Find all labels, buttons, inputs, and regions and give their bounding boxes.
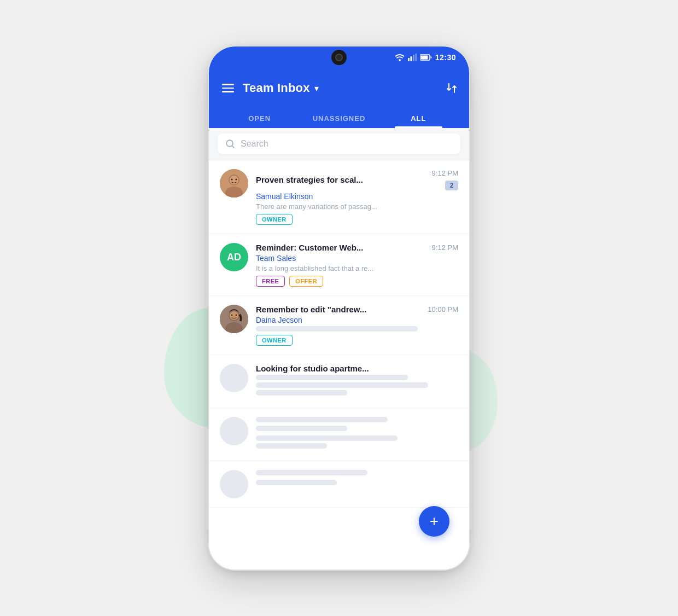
item-content-6 — [256, 470, 458, 489]
svg-point-17 — [230, 311, 238, 320]
item-tags-1: OWNER — [256, 214, 458, 225]
tag-free-2: FREE — [256, 276, 285, 287]
item-preview-1: There are many variations of passag... — [256, 202, 458, 211]
avatar-daina — [220, 305, 248, 333]
item-content-3: Remember to edit "andrew... 10:00 PM Dai… — [256, 305, 458, 346]
menu-line-1 — [222, 84, 234, 85]
item-subject-3: Remember to edit "andrew... — [256, 305, 366, 314]
inbox-item-6[interactable] — [209, 461, 469, 508]
item-subject-2: Reminder: Customer Web... — [256, 243, 363, 252]
menu-icon[interactable] — [220, 82, 236, 95]
menu-line-2 — [222, 88, 234, 89]
inbox-item-2[interactable]: AD Reminder: Customer Web... 9:12 PM Tea… — [209, 234, 469, 296]
skeleton-line-3a — [256, 326, 418, 332]
tag-owner-3: OWNER — [256, 335, 293, 346]
svg-point-13 — [236, 179, 237, 181]
item-preview-lines-5 — [256, 417, 458, 449]
item-badge-1: 2 — [445, 181, 458, 190]
tabs-bar: OPEN UNASSIGNED ALL — [209, 108, 469, 128]
item-time-1: 9:12 PM — [432, 169, 458, 177]
svg-rect-1 — [408, 58, 410, 61]
item-tags-2: FREE OFFER — [256, 276, 458, 287]
signal-icon — [408, 54, 417, 61]
avatar-samual — [220, 169, 248, 197]
app-title: Team Inbox — [243, 81, 310, 95]
svg-point-19 — [236, 315, 237, 316]
item-header-2: Reminder: Customer Web... 9:12 PM — [256, 243, 458, 252]
svg-point-18 — [231, 315, 233, 316]
skeleton-line-5a — [256, 417, 388, 422]
tab-open[interactable]: OPEN — [220, 108, 299, 128]
item-subject-1: Proven strategies for scal... — [256, 175, 363, 184]
avatar-skeleton-6 — [220, 470, 248, 498]
inbox-item-1[interactable]: Proven strategies for scal... 9:12 PM 2 … — [209, 160, 469, 234]
svg-point-0 — [399, 59, 401, 61]
phone-frame: 12:30 Team Inbox ▾ — [208, 45, 470, 571]
skeleton-line-5c — [256, 435, 398, 441]
skeleton-line-4b — [256, 382, 428, 388]
tab-unassigned[interactable]: UNASSIGNED — [299, 108, 378, 128]
item-time-2: 9:12 PM — [432, 243, 458, 252]
skeleton-line-5b — [256, 426, 347, 431]
item-content-4: Looking for studio apartme... — [256, 364, 458, 399]
dropdown-arrow-icon[interactable]: ▾ — [314, 83, 319, 94]
camera-lens — [335, 54, 343, 61]
item-preview-lines-4 — [256, 375, 458, 396]
search-box[interactable]: Search — [218, 133, 460, 154]
item-sender-2: Team Sales — [256, 254, 458, 263]
status-icons: 12:30 — [395, 53, 456, 62]
camera-notch — [331, 50, 347, 65]
avatar-skeleton-5 — [220, 417, 248, 445]
phone-wrapper: 12:30 Team Inbox ▾ — [208, 45, 470, 571]
item-header-right-1: 9:12 PM 2 — [432, 169, 458, 190]
item-header-1: Proven strategies for scal... 9:12 PM 2 — [256, 169, 458, 190]
status-time: 12:30 — [435, 53, 456, 62]
status-bar: 12:30 — [209, 47, 469, 68]
search-icon — [225, 139, 235, 149]
item-content-5 — [256, 417, 458, 452]
svg-rect-2 — [410, 56, 412, 61]
svg-rect-3 — [413, 55, 414, 61]
item-header-3: Remember to edit "andrew... 10:00 PM — [256, 305, 458, 314]
skeleton-line-4c — [256, 390, 347, 396]
skeleton-line-5d — [256, 443, 327, 449]
skeleton-line-6b — [256, 480, 337, 485]
item-content-2: Reminder: Customer Web... 9:12 PM Team S… — [256, 243, 458, 287]
sort-icon[interactable] — [445, 82, 458, 95]
inbox-item-4[interactable]: Looking for studio apartme... — [209, 355, 469, 408]
item-preview-lines-6 — [256, 470, 458, 485]
app-bar: Team Inbox ▾ — [209, 68, 469, 108]
item-content-1: Proven strategies for scal... 9:12 PM 2 … — [256, 169, 458, 225]
battery-icon — [420, 54, 432, 61]
svg-rect-4 — [415, 54, 417, 61]
item-header-4: Looking for studio apartme... — [256, 364, 458, 373]
tag-owner-1: OWNER — [256, 214, 293, 225]
item-subject-4: Looking for studio apartme... — [256, 364, 369, 373]
fab-plus-icon: + — [430, 514, 439, 529]
item-sender-1: Samual Elkinson — [256, 192, 458, 201]
search-container: Search — [209, 128, 469, 160]
svg-rect-6 — [420, 56, 428, 60]
app-title-container: Team Inbox ▾ — [243, 81, 439, 95]
fab-button[interactable]: + — [419, 506, 449, 537]
skeleton-line-4a — [256, 375, 408, 380]
phone-content: 12:30 Team Inbox ▾ — [209, 47, 469, 569]
item-tags-3: OWNER — [256, 335, 458, 346]
svg-point-12 — [231, 179, 233, 181]
item-time-3: 10:00 PM — [428, 305, 458, 313]
skeleton-line-6a — [256, 470, 367, 475]
tab-all[interactable]: ALL — [379, 108, 458, 128]
avatar-skeleton-4 — [220, 364, 248, 392]
avatar-ad: AD — [220, 243, 248, 271]
item-preview-lines-3 — [256, 326, 458, 332]
search-input[interactable]: Search — [241, 139, 268, 149]
tag-offer-2: OFFER — [289, 276, 323, 287]
inbox-item-3[interactable]: Remember to edit "andrew... 10:00 PM Dai… — [209, 296, 469, 355]
item-preview-2: It is a long established fact that a re.… — [256, 264, 458, 272]
inbox-item-5[interactable] — [209, 408, 469, 461]
item-sender-3: Daina Jecson — [256, 316, 458, 324]
wifi-icon — [395, 54, 405, 61]
menu-line-3 — [222, 91, 234, 92]
